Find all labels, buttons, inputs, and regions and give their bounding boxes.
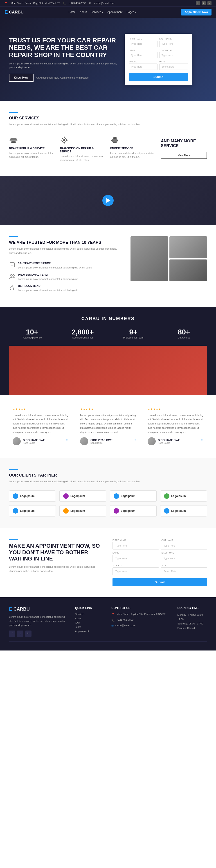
partner-3-text: Logolpsum [121,495,135,498]
subject-group: SUBJECT [129,61,158,70]
services-grid: BRAKE REPAIR & SERVICE Lorem ipsum dolor… [9,133,207,164]
brake-icon [9,135,18,145]
name-row: FIRST NAME LAST NAME [129,38,188,47]
partner-4: Logolpsum [160,491,207,502]
stat-years: 10+ Years Experience [9,328,55,339]
appointment-desc: Lorem ipsum dolor sit amet, consectetur … [9,565,104,573]
experience-title: 10+ YEARS EXPERIENCE [18,262,92,265]
svg-rect-7 [66,140,68,141]
more-service-name: AND MANY MORE SERVICE [161,139,207,148]
telephone-input[interactable] [159,52,188,58]
appt-subject-group: SUBJECT [112,564,159,575]
first-name-input[interactable] [129,41,158,47]
stat-awards-label: Get Awards [161,336,207,339]
nav-services[interactable]: Services ▾ [91,10,103,14]
svg-rect-9 [113,137,115,139]
appt-email-input[interactable] [112,555,159,562]
footer-about: E CARBU Lorem ipsum dolor sit amet, cons… [9,606,68,637]
svg-rect-5 [64,142,64,144]
partner-8-text: Logolpsum [171,509,186,513]
view-more-button[interactable]: View More [161,152,207,159]
partner-2-icon [63,493,69,499]
logo[interactable]: E CARBU [4,9,24,15]
stat-awards-number: 80+ [161,328,207,336]
review-2: ★★★★★ Lorem ipsum dolor sit amet, consec… [77,404,139,449]
appt-name-row: FIRST NAME LAST NAME [112,539,207,550]
facebook-icon[interactable]: f [196,1,200,5]
book-icon [9,262,15,268]
appt-date-group: DATE [161,564,207,575]
appt-date-label: DATE [161,564,207,567]
footer-facebook-icon[interactable]: f [9,630,15,637]
appt-subject-input[interactable] [112,567,159,575]
recommend-text: Lorem ipsum dolor sit amet, consectetur … [18,288,78,292]
footer-link-services[interactable]: Services [75,613,105,616]
svg-marker-20 [9,285,15,290]
reviewer-2-avatar [80,437,88,445]
date-group: DATE [159,61,188,70]
hero-submit-button[interactable]: Submit [129,73,188,81]
footer-linkedin-icon[interactable]: in [25,630,31,637]
location-icon: 📍 [4,2,8,5]
footer-link-about[interactable]: About [75,617,105,620]
appt-first-name-input[interactable] [112,542,159,550]
reviewer-3-name: SIOO PRAE DWE [158,439,180,442]
twitter-icon[interactable]: t [201,1,206,5]
date-input[interactable] [159,64,188,70]
trust-left: WE ARE TRUSTED FOR MORE THAN 10 YEARS Lo… [9,236,124,296]
nav-pages[interactable]: Pages ▾ [127,10,136,14]
footer-link-appointment[interactable]: Appointment [75,630,105,632]
transmission-name: TRANSMISSION REPAIR & SERVICE [60,147,106,153]
email-group: EMAIL [129,49,158,58]
svg-rect-12 [117,140,118,141]
appt-last-name-input[interactable] [161,542,207,550]
email-footer-icon: ✉ [111,624,114,627]
appt-telephone-input[interactable] [161,555,207,562]
subject-input[interactable] [129,64,158,70]
footer-link-team[interactable]: Team [75,626,105,628]
appt-submit-button[interactable]: Submit [112,578,207,586]
stats-grid: 10+ Years Experience 2,800+ Satisfied Cu… [9,328,207,339]
nav-appointment[interactable]: Appointment [107,10,123,14]
trust-image-top-right [169,236,207,258]
footer-link-faq[interactable]: FAQ [75,621,105,624]
recommend-title: BE RECOMMEND [18,284,78,287]
nav-home[interactable]: Home [69,10,76,14]
appt-first-name-group: FIRST NAME [112,539,159,550]
appt-contact-row: EMAIL TELEPHONE [112,552,207,562]
email-icon: ✉ [89,2,91,5]
services-divider [9,112,18,113]
partner-6-icon [63,508,69,514]
logo-text: CARBU [9,10,24,14]
footer-logo-text: CARBU [14,607,30,612]
trust-feature-team-content: PROFESSIONAL TEAM Lorem ipsum dolor sit … [18,273,78,281]
footer-twitter-icon[interactable]: t [17,630,23,637]
video-play-button[interactable] [102,195,114,206]
footer: E CARBU Lorem ipsum dolor sit amet, cons… [0,597,216,651]
gear-icon [60,135,69,145]
hours-sunday: Sunday: Closed [177,626,207,630]
team-title: PROFESSIONAL TEAM [18,273,78,276]
reviewer-2-info: SIOO PRAE DWE Kang Bakso [90,439,112,444]
stats-section: CARBU IN NUMBERS 10+ Years Experience 2,… [0,307,216,395]
last-name-input[interactable] [159,41,188,47]
review-1: ★★★★★ Lorem ipsum dolor sit amet, consec… [9,404,72,449]
nav-about[interactable]: About [80,10,87,14]
know-more-button[interactable]: Know More [9,73,33,82]
appt-first-name-label: FIRST NAME [112,539,159,541]
service-transmission: TRANSMISSION REPAIR & SERVICE Lorem ipsu… [60,133,106,164]
hero-section: TRUST US FOR YOUR CAR REPAIR NEEDS, WE A… [0,18,216,101]
star-icon [9,284,15,291]
appointment-now-button[interactable]: Appointment Now [181,9,212,16]
partners-section: OUR CLIENTS PARTNER Lorem ipsum dolor si… [0,458,216,528]
engine-text: Lorem ipsum dolor sit amet, consectetur … [110,151,156,159]
hours-weekday: Monday - Friday: 09:00 - 17:00 [177,613,207,622]
appt-email-group: EMAIL [112,552,159,562]
stat-team-number: 9+ [110,328,156,336]
linkedin-icon[interactable]: in [208,1,212,5]
appt-date-input[interactable] [161,567,207,575]
services-section: OUR SERVICES Lorem ipsum dolor sit amet,… [0,101,216,176]
trust-desc: Lorem ipsum dolor sit amet, consectetur … [9,247,124,255]
appt-email-label: EMAIL [112,552,159,554]
email-input[interactable] [129,52,158,58]
